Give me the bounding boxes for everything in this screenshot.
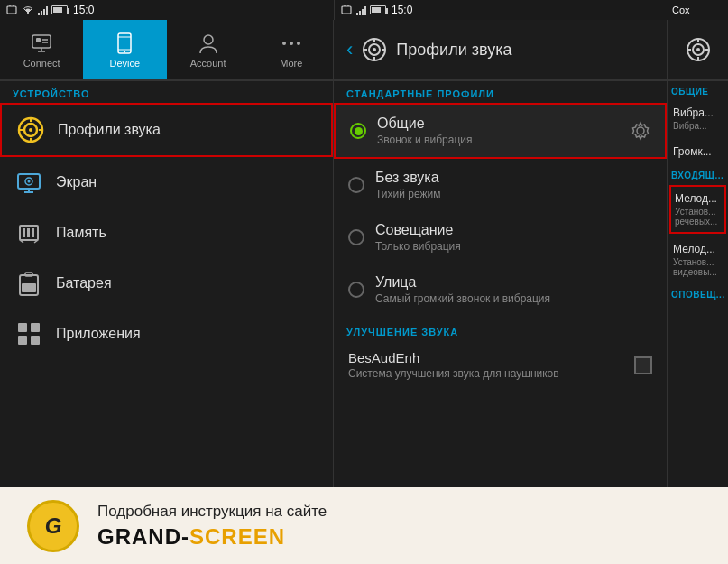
device-panel: Connect Device Account <box>0 20 334 487</box>
connect-icon <box>30 32 53 55</box>
panel3-volume-item[interactable]: Громк... <box>668 138 728 165</box>
notification-icon-mid <box>340 4 353 16</box>
profile-general-sub: Звонок и вибрация <box>377 134 620 146</box>
menu-item-apps[interactable]: Приложения <box>0 309 333 359</box>
signal-icon-mid <box>356 5 366 15</box>
svg-point-56 <box>696 48 700 51</box>
svg-rect-44 <box>18 336 27 345</box>
svg-point-16 <box>124 51 125 52</box>
banner-line2b: SCREEN <box>189 524 285 550</box>
menu-item-memory[interactable]: Память <box>0 208 333 258</box>
screen-icon <box>14 168 43 197</box>
panel3-melody2-item[interactable]: Мелод... Установ... видеовы... <box>669 237 726 282</box>
banner-line1: Подробная инструкция на сайте <box>97 503 327 521</box>
profile-meeting-name: Совещание <box>375 222 652 238</box>
sound-profile-icon <box>16 116 45 144</box>
banner-line2-container: GRAND- SCREEN <box>97 524 327 550</box>
profile-meeting-sub: Только вибрация <box>375 240 652 253</box>
enhance-checkbox[interactable] <box>634 356 652 374</box>
tab-device-label: Device <box>110 58 141 69</box>
svg-rect-43 <box>31 323 40 332</box>
sound-profile-panel: ‹ Профили звука СТАНДАРТНЫЕ ПРОФИЛИ Общи… <box>334 20 668 487</box>
general-settings-panel: ОБЩИЕ Вибра... Вибра... Громк... ВХОДЯЩ.… <box>668 20 728 487</box>
svg-rect-41 <box>22 283 36 292</box>
svg-rect-34 <box>23 228 25 237</box>
back-arrow-icon[interactable]: ‹ <box>346 38 353 61</box>
enhance-item[interactable]: BesAudEnh Система улучшения звука для на… <box>334 341 667 389</box>
enhance-section-header: УЛУЧШЕНИЕ ЗВУКА <box>334 319 667 341</box>
profile-general-text: Общие Звонок и вибрация <box>377 116 620 146</box>
profile-silent-text: Без звука Тихий режим <box>375 170 652 200</box>
svg-rect-4 <box>342 6 351 14</box>
tab-device[interactable]: Device <box>83 20 166 79</box>
panel3-header <box>668 20 728 81</box>
tab-more[interactable]: More <box>250 20 333 79</box>
menu-item-sound[interactable]: Профили звука <box>0 103 333 157</box>
profile-meeting-text: Совещание Только вибрация <box>375 222 652 253</box>
svg-rect-42 <box>18 323 27 332</box>
panel3-melody1-name: Мелод... <box>675 192 721 205</box>
profile-item-street[interactable]: Улица Самый громкий звонок и вибрация <box>334 264 667 316</box>
menu-item-screen-label: Экран <box>56 174 97 190</box>
menu-item-screen[interactable]: Экран <box>0 157 333 208</box>
profile-item-general[interactable]: Общие Звонок и вибрация <box>334 103 667 159</box>
memory-icon <box>14 218 43 247</box>
panel3-volume-name: Громк... <box>673 145 723 158</box>
menu-item-battery-label: Батарея <box>56 275 112 291</box>
panel3-melody1-item[interactable]: Мелод... Установ... речевых... <box>669 185 726 234</box>
grand-logo: G <box>27 500 79 552</box>
panel3-vibra-item[interactable]: Вибра... Вибра... <box>668 99 728 138</box>
apps-icon <box>14 319 43 348</box>
signal-icon <box>38 5 48 15</box>
profile-item-meeting[interactable]: Совещание Только вибрация <box>334 211 667 264</box>
more-icon <box>280 32 303 55</box>
profile-street-sub: Самый громкий звонок и вибрация <box>375 292 652 305</box>
profile-item-silent[interactable]: Без звука Тихий режим <box>334 159 667 211</box>
menu-list: Профили звука Экран <box>0 103 333 359</box>
profile-silent-sub: Тихий режим <box>375 188 652 200</box>
svg-rect-45 <box>31 336 40 345</box>
menu-item-sound-label: Профили звука <box>58 122 161 138</box>
bottom-banner: G Подробная инструкция на сайте GRAND- S… <box>0 487 728 564</box>
menu-item-apps-label: Приложения <box>56 326 141 342</box>
battery-menu-icon <box>14 269 43 298</box>
svg-point-20 <box>297 42 300 45</box>
panel3-melody1-sub: Установ... речевых... <box>675 207 721 227</box>
svg-rect-13 <box>118 33 131 53</box>
tab-connect-label: Connect <box>23 58 60 69</box>
panel3-incoming-header: ВХОДЯЩ... <box>668 165 728 183</box>
svg-rect-0 <box>7 6 16 14</box>
profile-street-name: Улица <box>375 274 652 291</box>
menu-item-battery[interactable]: Батарея <box>0 258 333 309</box>
svg-point-19 <box>290 42 293 45</box>
profile-street-text: Улица Самый громкий звонок и вибрация <box>375 274 652 305</box>
panel3-melody2-sub: Установ... видеовы... <box>673 257 723 277</box>
svg-point-48 <box>373 48 376 51</box>
menu-item-memory-label: Память <box>56 225 106 241</box>
battery-icon-mid <box>370 5 386 14</box>
battery-icon <box>51 5 68 14</box>
device-icon <box>113 32 136 55</box>
tab-more-label: More <box>280 58 302 69</box>
svg-point-3 <box>27 13 29 14</box>
panel2-header: ‹ Профили звука <box>334 20 667 81</box>
radio-selected <box>350 123 366 139</box>
tab-connect[interactable]: Connect <box>0 20 83 79</box>
panel3-vibra-name: Вибра... <box>673 106 723 119</box>
banner-line2a: GRAND- <box>97 524 189 550</box>
panel3-settings-icon <box>686 37 711 62</box>
enhance-name: BesAudEnh <box>348 350 623 365</box>
svg-point-32 <box>28 180 31 183</box>
gear-icon[interactable] <box>631 121 650 141</box>
svg-point-23 <box>29 128 32 132</box>
tab-bar: Connect Device Account <box>0 20 333 81</box>
profile-general-name: Общие <box>377 116 620 132</box>
enhance-sub: Система улучшения звука для наушников <box>348 367 623 380</box>
radio-unselected <box>348 177 364 193</box>
device-section-header: УСТРОЙСТВО <box>0 81 333 103</box>
cox-text: Cox <box>672 5 690 15</box>
svg-point-18 <box>282 42 286 45</box>
tab-account[interactable]: Account <box>167 20 250 79</box>
panel3-general-header: ОБЩИЕ <box>668 81 728 99</box>
tab-account-label: Account <box>190 58 226 69</box>
